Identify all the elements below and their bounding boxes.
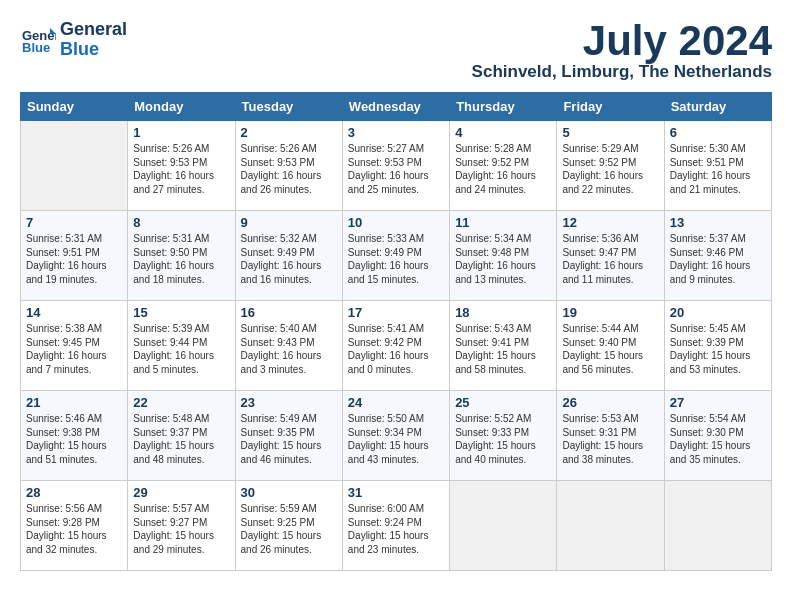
weekday-header-saturday: Saturday xyxy=(664,93,771,121)
day-cell: 11 Sunrise: 5:34 AMSunset: 9:48 PMDaylig… xyxy=(450,211,557,301)
day-cell: 4 Sunrise: 5:28 AMSunset: 9:52 PMDayligh… xyxy=(450,121,557,211)
day-cell: 29 Sunrise: 5:57 AMSunset: 9:27 PMDaylig… xyxy=(128,481,235,571)
day-cell: 10 Sunrise: 5:33 AMSunset: 9:49 PMDaylig… xyxy=(342,211,449,301)
day-cell: 16 Sunrise: 5:40 AMSunset: 9:43 PMDaylig… xyxy=(235,301,342,391)
day-info: Sunrise: 5:38 AMSunset: 9:45 PMDaylight:… xyxy=(26,322,122,376)
weekday-header-friday: Friday xyxy=(557,93,664,121)
day-info: Sunrise: 5:41 AMSunset: 9:42 PMDaylight:… xyxy=(348,322,444,376)
day-cell: 15 Sunrise: 5:39 AMSunset: 9:44 PMDaylig… xyxy=(128,301,235,391)
day-number: 30 xyxy=(241,485,337,500)
day-info: Sunrise: 5:32 AMSunset: 9:49 PMDaylight:… xyxy=(241,232,337,286)
day-number: 21 xyxy=(26,395,122,410)
day-cell xyxy=(557,481,664,571)
day-cell: 5 Sunrise: 5:29 AMSunset: 9:52 PMDayligh… xyxy=(557,121,664,211)
day-info: Sunrise: 5:28 AMSunset: 9:52 PMDaylight:… xyxy=(455,142,551,196)
day-number: 1 xyxy=(133,125,229,140)
day-cell: 20 Sunrise: 5:45 AMSunset: 9:39 PMDaylig… xyxy=(664,301,771,391)
page-header: General Blue General Blue July 2024 Schi… xyxy=(20,20,772,82)
day-cell: 19 Sunrise: 5:44 AMSunset: 9:40 PMDaylig… xyxy=(557,301,664,391)
day-info: Sunrise: 5:57 AMSunset: 9:27 PMDaylight:… xyxy=(133,502,229,556)
week-row-2: 7 Sunrise: 5:31 AMSunset: 9:51 PMDayligh… xyxy=(21,211,772,301)
day-cell: 27 Sunrise: 5:54 AMSunset: 9:30 PMDaylig… xyxy=(664,391,771,481)
day-number: 6 xyxy=(670,125,766,140)
day-cell xyxy=(450,481,557,571)
day-cell: 8 Sunrise: 5:31 AMSunset: 9:50 PMDayligh… xyxy=(128,211,235,301)
day-cell xyxy=(21,121,128,211)
logo-icon: General Blue xyxy=(20,22,56,58)
day-info: Sunrise: 5:29 AMSunset: 9:52 PMDaylight:… xyxy=(562,142,658,196)
day-number: 12 xyxy=(562,215,658,230)
week-row-5: 28 Sunrise: 5:56 AMSunset: 9:28 PMDaylig… xyxy=(21,481,772,571)
calendar-table: SundayMondayTuesdayWednesdayThursdayFrid… xyxy=(20,92,772,571)
day-info: Sunrise: 5:40 AMSunset: 9:43 PMDaylight:… xyxy=(241,322,337,376)
day-info: Sunrise: 5:59 AMSunset: 9:25 PMDaylight:… xyxy=(241,502,337,556)
title-block: July 2024 Schinveld, Limburg, The Nether… xyxy=(472,20,772,82)
weekday-header-monday: Monday xyxy=(128,93,235,121)
location-title: Schinveld, Limburg, The Netherlands xyxy=(472,62,772,82)
day-cell: 7 Sunrise: 5:31 AMSunset: 9:51 PMDayligh… xyxy=(21,211,128,301)
day-cell: 31 Sunrise: 6:00 AMSunset: 9:24 PMDaylig… xyxy=(342,481,449,571)
day-info: Sunrise: 5:43 AMSunset: 9:41 PMDaylight:… xyxy=(455,322,551,376)
day-info: Sunrise: 5:30 AMSunset: 9:51 PMDaylight:… xyxy=(670,142,766,196)
day-number: 16 xyxy=(241,305,337,320)
day-info: Sunrise: 5:26 AMSunset: 9:53 PMDaylight:… xyxy=(241,142,337,196)
logo-general: General xyxy=(60,19,127,39)
day-cell: 30 Sunrise: 5:59 AMSunset: 9:25 PMDaylig… xyxy=(235,481,342,571)
day-info: Sunrise: 5:45 AMSunset: 9:39 PMDaylight:… xyxy=(670,322,766,376)
logo-text: General Blue xyxy=(60,20,127,60)
week-row-1: 1 Sunrise: 5:26 AMSunset: 9:53 PMDayligh… xyxy=(21,121,772,211)
day-cell: 12 Sunrise: 5:36 AMSunset: 9:47 PMDaylig… xyxy=(557,211,664,301)
day-number: 24 xyxy=(348,395,444,410)
logo: General Blue General Blue xyxy=(20,20,127,60)
svg-text:Blue: Blue xyxy=(22,40,50,55)
day-number: 29 xyxy=(133,485,229,500)
week-row-4: 21 Sunrise: 5:46 AMSunset: 9:38 PMDaylig… xyxy=(21,391,772,481)
day-cell: 6 Sunrise: 5:30 AMSunset: 9:51 PMDayligh… xyxy=(664,121,771,211)
day-number: 17 xyxy=(348,305,444,320)
day-info: Sunrise: 5:56 AMSunset: 9:28 PMDaylight:… xyxy=(26,502,122,556)
weekday-header-sunday: Sunday xyxy=(21,93,128,121)
day-info: Sunrise: 5:31 AMSunset: 9:51 PMDaylight:… xyxy=(26,232,122,286)
day-number: 9 xyxy=(241,215,337,230)
day-cell: 2 Sunrise: 5:26 AMSunset: 9:53 PMDayligh… xyxy=(235,121,342,211)
day-cell: 26 Sunrise: 5:53 AMSunset: 9:31 PMDaylig… xyxy=(557,391,664,481)
day-cell: 25 Sunrise: 5:52 AMSunset: 9:33 PMDaylig… xyxy=(450,391,557,481)
day-number: 7 xyxy=(26,215,122,230)
weekday-header-row: SundayMondayTuesdayWednesdayThursdayFrid… xyxy=(21,93,772,121)
day-cell: 21 Sunrise: 5:46 AMSunset: 9:38 PMDaylig… xyxy=(21,391,128,481)
day-info: Sunrise: 5:26 AMSunset: 9:53 PMDaylight:… xyxy=(133,142,229,196)
day-number: 20 xyxy=(670,305,766,320)
day-cell: 1 Sunrise: 5:26 AMSunset: 9:53 PMDayligh… xyxy=(128,121,235,211)
day-info: Sunrise: 5:39 AMSunset: 9:44 PMDaylight:… xyxy=(133,322,229,376)
day-cell: 24 Sunrise: 5:50 AMSunset: 9:34 PMDaylig… xyxy=(342,391,449,481)
day-cell: 9 Sunrise: 5:32 AMSunset: 9:49 PMDayligh… xyxy=(235,211,342,301)
day-number: 5 xyxy=(562,125,658,140)
day-number: 28 xyxy=(26,485,122,500)
logo-blue: Blue xyxy=(60,39,99,59)
weekday-header-wednesday: Wednesday xyxy=(342,93,449,121)
day-number: 3 xyxy=(348,125,444,140)
day-number: 25 xyxy=(455,395,551,410)
day-number: 15 xyxy=(133,305,229,320)
day-info: Sunrise: 5:31 AMSunset: 9:50 PMDaylight:… xyxy=(133,232,229,286)
day-number: 31 xyxy=(348,485,444,500)
day-cell: 13 Sunrise: 5:37 AMSunset: 9:46 PMDaylig… xyxy=(664,211,771,301)
day-info: Sunrise: 5:53 AMSunset: 9:31 PMDaylight:… xyxy=(562,412,658,466)
day-cell xyxy=(664,481,771,571)
day-number: 10 xyxy=(348,215,444,230)
day-cell: 17 Sunrise: 5:41 AMSunset: 9:42 PMDaylig… xyxy=(342,301,449,391)
day-info: Sunrise: 5:27 AMSunset: 9:53 PMDaylight:… xyxy=(348,142,444,196)
day-number: 23 xyxy=(241,395,337,410)
day-cell: 18 Sunrise: 5:43 AMSunset: 9:41 PMDaylig… xyxy=(450,301,557,391)
day-info: Sunrise: 5:33 AMSunset: 9:49 PMDaylight:… xyxy=(348,232,444,286)
day-number: 22 xyxy=(133,395,229,410)
day-cell: 23 Sunrise: 5:49 AMSunset: 9:35 PMDaylig… xyxy=(235,391,342,481)
day-info: Sunrise: 5:54 AMSunset: 9:30 PMDaylight:… xyxy=(670,412,766,466)
weekday-header-tuesday: Tuesday xyxy=(235,93,342,121)
day-cell: 28 Sunrise: 5:56 AMSunset: 9:28 PMDaylig… xyxy=(21,481,128,571)
day-number: 8 xyxy=(133,215,229,230)
day-info: Sunrise: 5:48 AMSunset: 9:37 PMDaylight:… xyxy=(133,412,229,466)
day-info: Sunrise: 5:37 AMSunset: 9:46 PMDaylight:… xyxy=(670,232,766,286)
day-number: 11 xyxy=(455,215,551,230)
day-number: 27 xyxy=(670,395,766,410)
